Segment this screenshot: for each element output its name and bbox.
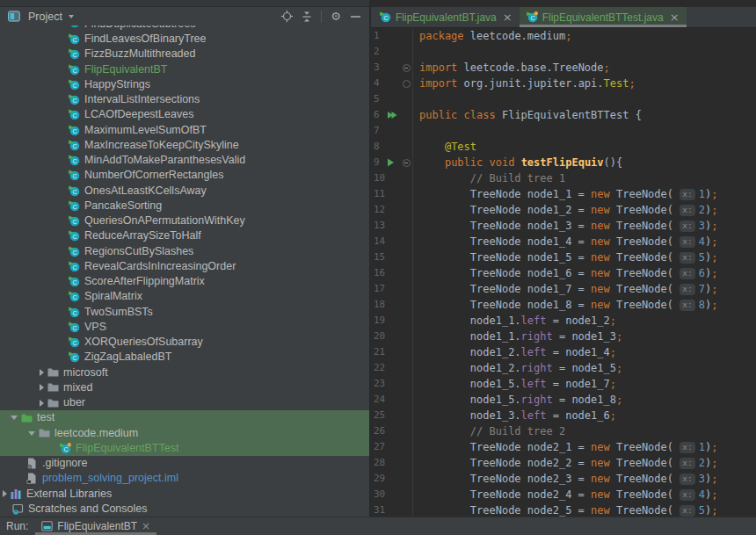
code-line[interactable]: 26 // Build tree 2 [371,423,756,439]
tree-item-lcaofdeepestleaves[interactable]: C LCAOfDeepestLeaves [0,107,369,122]
chevron-down-icon[interactable] [69,15,74,18]
tree-item-reducearraysizetohalf[interactable]: C ReduceArraySizeToHalf [0,228,369,243]
fold-column [400,107,412,123]
fold-column [400,123,412,139]
code-line[interactable]: 20 node1_1.right = node1_3; [371,329,756,344]
code-line[interactable]: 8 @Test [371,139,756,155]
collapse-all-icon[interactable] [299,10,315,24]
tree-item-regionscutbyslashes[interactable]: C RegionsCutBySlashes [0,244,369,259]
code-line[interactable]: 9 public void testFlipEquiv(){ [371,155,756,170]
svg-text:C: C [72,355,76,361]
code-line[interactable]: 7 [371,123,756,139]
tree-item-maximumlevelsumofbt[interactable]: C MaximumLevelSumOfBT [0,123,369,138]
code-line[interactable]: 4import org.junit.jupiter.api.Test; [371,76,756,91]
tree-item-minaddtomakeparanthesesvalid[interactable]: C MinAddToMakeParanthesesValid [0,153,369,168]
svg-text:C: C [72,98,76,104]
tree-item-numberofcornerrectangles[interactable]: C NumberOfCornerRectangles [0,168,369,183]
code-line[interactable]: 21 node1_2.left = node1_4; [371,344,756,360]
code-line[interactable]: 17 TreeNode node1_7 = new TreeNode( x:7)… [371,281,756,297]
code-line[interactable]: 29 TreeNode node2_3 = new TreeNode( x:3)… [371,471,756,487]
tree-item-scoreafterflippingmatrix[interactable]: C ScoreAfterFlippingMatrix [0,274,369,289]
code-line[interactable]: 5 [371,91,756,107]
tree-item-onesatleastkcellsaway[interactable]: C OnesAtLeastKCellsAway [0,184,369,199]
tree-item-revealcardsinincreasingorder[interactable]: C RevealCardsInIncreasingOrder [0,259,369,274]
tree-item-twosumbsts[interactable]: C TwoSumBSTs [0,305,369,320]
code-line[interactable]: 13 TreeNode node1_3 = new TreeNode( x:3)… [371,218,756,234]
code-line[interactable]: 6public class FlipEquivalentBTTest { [371,107,756,123]
code-line[interactable]: 3import leetcode.base.TreeNode; [371,60,756,76]
tree-item-external-libraries[interactable]: External Libraries [0,487,369,502]
code-line[interactable]: 14 TreeNode node1_4 = new TreeNode( x:4)… [371,234,756,249]
tree-item-scratches-and-consoles[interactable]: Scratches and Consoles [0,502,369,517]
code-line[interactable]: 31 TreeNode node2_5 = new TreeNode( x:5)… [371,502,756,517]
run-class-icon[interactable] [387,107,400,123]
code-line[interactable]: 25 node1_3.left = node1_6; [371,408,756,423]
fold-marker-icon[interactable] [400,60,412,76]
tree-item-findleavesofbinarytree[interactable]: C FindLeavesOfBinaryTree [0,32,369,47]
tree-item-queriesonapermutationwithkey[interactable]: C QueriesOnAPermutationWithKey [0,213,369,228]
parameter-hint: x: [680,458,694,469]
settings-gear-icon[interactable]: ⚙ [328,10,344,24]
tree-item-xorqueriesofsubarray[interactable]: C XORQueriesOfSubarray [0,335,369,350]
code-line[interactable]: 15 TreeNode node1_5 = new TreeNode( x:5)… [371,249,756,265]
gutter-space [387,408,400,423]
fold-marker-icon[interactable] [400,76,412,91]
parameter-hint: x: [680,489,694,501]
class-icon: C [380,11,391,23]
chevron-right-icon[interactable] [40,400,44,407]
tree-item-problem-solving-project-iml[interactable]: problem_solving_project.iml [0,471,369,486]
hide-panel-icon[interactable] [348,10,364,24]
editor-tab-flipequivalentbt-java[interactable]: C FlipEquivalentBT.java× [373,7,520,27]
tree-item-zigzaglabaledbt[interactable]: C ZigZagLabaledBT [0,350,369,365]
code-line[interactable]: 16 TreeNode node1_6 = new TreeNode( x:6)… [371,265,756,281]
close-icon[interactable]: × [142,520,150,532]
tree-item-label: TwoSumBSTs [84,305,153,320]
tree-item-intervallistintersections[interactable]: C IntervalListIntersections [0,92,369,107]
tree-item-uber[interactable]: uber [0,395,369,410]
tree-item-mixed[interactable]: mixed [0,380,369,395]
tree-item-maxincreasetokeepcityskyline[interactable]: C MaxIncreaseToKeepCitySkyline [0,138,369,153]
tree-item-vps[interactable]: C VPS [0,320,369,335]
code-line[interactable]: 11 TreeNode node1_1 = new TreeNode( x:1)… [371,186,756,202]
code-text [412,44,419,60]
run-method-icon[interactable] [387,155,400,170]
close-icon[interactable]: × [670,12,680,23]
code-line[interactable]: 10 // Build tree 1 [371,170,756,186]
chevron-right-icon[interactable] [40,369,44,376]
code-line[interactable]: 1package leetcode.medium; [371,28,756,44]
code-line[interactable]: 24 node1_5.right = node1_8; [371,392,756,408]
code-line[interactable]: 18 TreeNode node1_8 = new TreeNode( x:8)… [371,297,756,313]
tree-item-happystrings[interactable]: C HappyStrings [0,77,369,92]
chevron-right-icon[interactable] [40,384,44,391]
fold-column [400,376,412,392]
code-line[interactable]: 12 TreeNode node1_2 = new TreeNode( x:2)… [371,202,756,218]
project-panel-title[interactable]: Project [28,11,62,23]
code-line[interactable]: 28 TreeNode node2_2 = new TreeNode( x:2)… [371,455,756,471]
code-line[interactable]: 30 TreeNode node2_4 = new TreeNode( x:4)… [371,487,756,502]
tree-item-pancakesorting[interactable]: C PancakeSorting [0,199,369,213]
tree-item-spiralmatrix[interactable]: C SpiralMatrix [0,289,369,304]
tree-item-findduplicatesubtrees[interactable]: C FindDuplicateSubtrees [0,25,369,32]
code-line[interactable]: 27 TreeNode node2_1 = new TreeNode( x:1)… [371,439,756,455]
chevron-down-icon[interactable] [28,431,35,436]
locate-icon[interactable] [279,10,294,24]
chevron-right-icon[interactable] [3,490,7,497]
tree-item-leetcode-medium[interactable]: leetcode.medium [0,426,369,441]
tree-item-microsoft[interactable]: microsoft [0,365,369,380]
code-line[interactable]: 22 node1_2.right = node1_5; [371,360,756,376]
chevron-down-icon[interactable] [11,416,18,420]
tree-item-flipequivalentbttest[interactable]: C FlipEquivalentBTTest [0,441,369,456]
code-line[interactable]: 19 node1_1.left = node1_2; [371,313,756,329]
code-text: TreeNode node1_1 = new TreeNode( x:1); [412,186,717,202]
code-editor[interactable]: 1package leetcode.medium;23import leetco… [371,28,756,517]
tree-item-flipequivalentbt[interactable]: C FlipEquivalentBT [0,62,369,77]
fold-marker-icon[interactable] [400,155,412,170]
tree-item--gitignore[interactable]: .gitignore [0,456,369,471]
editor-tab-flipequivalentbttest-java[interactable]: C FlipEquivalentBTTest.java× [520,7,687,27]
run-tab-flipequivalentbt[interactable]: FlipEquivalentBT × [35,517,156,535]
close-icon[interactable]: × [503,12,512,23]
tree-item-test[interactable]: test [0,410,369,425]
code-line[interactable]: 23 node1_5.left = node1_7; [371,376,756,392]
code-line[interactable]: 2 [371,44,756,60]
tree-item-fizzbuzzmultithreaded[interactable]: C FizzBuzzMultithreaded [0,47,369,61]
